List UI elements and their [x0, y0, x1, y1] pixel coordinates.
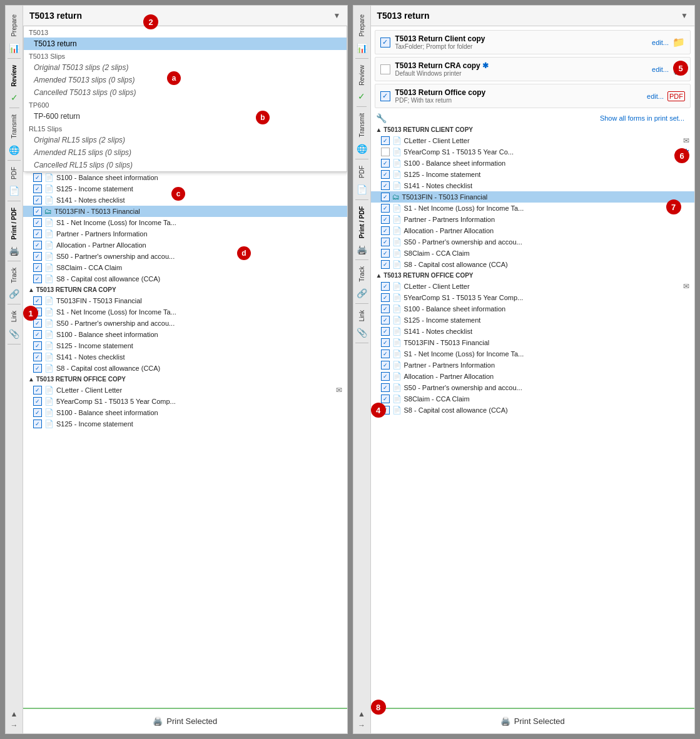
nav-up-right[interactable]: ▲ [357, 708, 367, 720]
tree-item-r-s125[interactable]: ✓ 📄 S125 - Income statement [371, 169, 695, 180]
sidebar-group-track[interactable]: Track 🔗 [8, 261, 21, 305]
cb-r-s50[interactable]: ✓ [381, 238, 390, 246]
r-sidebar-tab-transmit[interactable]: Transmit [357, 109, 367, 141]
checkbox-office-copy[interactable]: ✓ [380, 91, 390, 101]
r-sidebar-tab-track[interactable]: Track [357, 263, 367, 286]
cb-ro-s8claim[interactable]: ✓ [381, 395, 390, 403]
tree-item-ro-t5013fin[interactable]: ✓ 📄 T5013FIN - T5013 Financial [371, 337, 695, 348]
checkbox-s100-left[interactable]: ✓ [33, 173, 42, 182]
r-sidebar-tab-review[interactable]: Review [357, 61, 367, 89]
tree-item-r-partner[interactable]: ✓ 📄 Partner - Partners Information [371, 214, 695, 225]
checkbox-s125-left[interactable]: ✓ [33, 184, 42, 193]
tree-item-ro-s8[interactable]: ✓ 📄 S8 - Capital cost allowance (CCA) [371, 405, 695, 416]
tree-item-partner-left[interactable]: ✓ 📄 Partner - Partners Information [23, 228, 347, 239]
nav-down-right[interactable]: → [357, 720, 367, 731]
sidebar-tab-pdf[interactable]: PDF [9, 163, 19, 183]
sidebar-tab-link[interactable]: Link [9, 307, 19, 326]
r-sidebar-group-transmit[interactable]: Transmit 🌐 [355, 107, 368, 159]
r-sidebar-group-track[interactable]: Track 🔗 [355, 260, 368, 304]
left-dropdown-header[interactable]: T5013 return ▼ 2 [23, 6, 347, 26]
checkbox-client-copy[interactable]: ✓ [380, 38, 390, 48]
nav-up-left[interactable]: ▲ [9, 708, 19, 720]
cb-ro-s141[interactable]: ✓ [381, 327, 390, 336]
tree-item-r-s8claim[interactable]: ✓ 📄 S8Claim - CCA Claim [371, 248, 695, 259]
dropdown-item-cancelled-rl15[interactable]: Cancelled RL15 slips (0 slips) [24, 159, 347, 171]
r-sidebar-group-pdf[interactable]: PDF 📄 [355, 159, 368, 200]
sidebar-tab-print[interactable]: Print / PDF [9, 204, 19, 243]
tree-item-cra-s1[interactable]: ✓ 📄 S1 - Net Income (Loss) for Income Ta… [23, 306, 347, 318]
sidebar-group-pdf[interactable]: PDF 📄 [8, 161, 21, 201]
cra-copy-edit-link[interactable]: edit... [652, 66, 669, 73]
tree-item-office-cletter[interactable]: ✓ 📄 CLetter - Client Letter ✉ [23, 385, 347, 396]
checkbox-s141-left[interactable]: ✓ [33, 196, 42, 204]
checkbox-s8-left[interactable]: ✓ [33, 274, 42, 283]
tree-item-r-cletter[interactable]: ✓ 📄 CLetter - Client Letter ✉ [371, 135, 695, 146]
cb-r-allocation[interactable]: ✓ [381, 226, 390, 235]
cb-r-s8claim[interactable]: ✓ [381, 249, 390, 258]
sidebar-group-link[interactable]: Link 📎 [8, 304, 21, 344]
cb-ro-s50[interactable]: ✓ [381, 383, 390, 392]
tree-item-cra-s8[interactable]: ✓ 📄 S8 - Capital cost allowance (CCA) [23, 363, 347, 374]
tree-item-ro-s8claim[interactable]: ✓ 📄 S8Claim - CCA Claim [371, 393, 695, 405]
cb-ro-s1[interactable]: ✓ [381, 349, 390, 358]
dropdown-arrow-right[interactable]: ▼ [681, 11, 688, 20]
tree-item-r-s8[interactable]: ✓ 📄 S8 - Capital cost allowance (CCA) [371, 259, 695, 270]
dropdown-item-amended-rl15[interactable]: Amended RL15 slips (0 slips) [24, 146, 347, 159]
tree-item-s1-left[interactable]: ✓ 📄 S1 - Net Income (Loss) for Income Ta… [23, 217, 347, 228]
cb-office-cletter[interactable]: ✓ [33, 386, 42, 395]
r-sidebar-tab-link[interactable]: Link [357, 306, 367, 325]
sidebar-tab-transmit[interactable]: Transmit [9, 111, 19, 143]
checkbox-cra-copy[interactable] [380, 64, 390, 74]
cb-ro-5year[interactable]: ✓ [381, 293, 390, 302]
cb-ro-s125[interactable]: ✓ [381, 316, 390, 324]
cb-ro-allocation[interactable]: ✓ [381, 372, 390, 381]
tree-item-r-s141[interactable]: ✓ 📄 S141 - Notes checklist [371, 180, 695, 191]
checkbox-s1-left[interactable]: ✓ [33, 218, 42, 227]
checkbox-allocation-left[interactable]: ✓ [33, 241, 42, 249]
tree-item-allocation-left[interactable]: ✓ 📄 Allocation - Partner Allocation [23, 239, 347, 251]
sidebar-tab-review[interactable]: Review [9, 61, 19, 90]
cb-cra-s100[interactable]: ✓ [33, 330, 42, 339]
sidebar-tab-prepare[interactable]: Prepare [9, 11, 19, 41]
cb-ro-cletter[interactable]: ✓ [381, 282, 390, 291]
cb-r-s100[interactable]: ✓ [381, 159, 390, 168]
tree-item-ro-s1[interactable]: ✓ 📄 S1 - Net Income (Loss) for Income Ta… [371, 348, 695, 359]
right-dropdown-header[interactable]: T5013 return ▼ [371, 6, 695, 26]
tree-item-cra-s141[interactable]: ✓ 📄 S141 - Notes checklist [23, 351, 347, 363]
tree-item-cra-s125[interactable]: ✓ 📄 S125 - Income statement [23, 340, 347, 351]
checkbox-partner-left[interactable]: ✓ [33, 229, 42, 238]
dropdown-item-original-t5013[interactable]: Original T5013 slips (2 slips) [24, 61, 347, 74]
tree-item-s50-left[interactable]: ✓ 📄 S50 - Partner's ownership and accou.… [23, 251, 347, 262]
cb-r-partner[interactable]: ✓ [381, 215, 390, 224]
sidebar-group-prepare[interactable]: Prepare 📊 [8, 8, 21, 59]
left-print-button[interactable]: 🖨️ Print Selected [145, 714, 225, 728]
r-sidebar-group-prepare[interactable]: Prepare 📊 [355, 8, 368, 59]
client-copy-edit-link[interactable]: edit... [652, 39, 669, 46]
checkbox-s8claim-left[interactable]: ✓ [33, 263, 42, 272]
tree-item-ro-s100[interactable]: ✓ 📄 S100 - Balance sheet information [371, 303, 695, 314]
dropdown-item-original-rl15[interactable]: Original RL15 slips (2 slips) [24, 134, 347, 146]
tree-item-s8claim-left[interactable]: ✓ 📄 S8Claim - CCA Claim [23, 262, 347, 273]
cb-cra-s125[interactable]: ✓ [33, 341, 42, 350]
r-sidebar-tab-pdf[interactable]: PDF [357, 162, 367, 182]
sidebar-group-review[interactable]: Review ✓ [9, 59, 19, 108]
cb-ro-t5013fin[interactable]: ✓ [381, 338, 390, 347]
sidebar-group-transmit[interactable]: Transmit 🌐 [8, 108, 21, 161]
tree-item-ro-allocation[interactable]: ✓ 📄 Allocation - Partner Allocation [371, 371, 695, 382]
tree-item-ro-cletter[interactable]: ✓ 📄 CLetter - Client Letter ✉ [371, 281, 695, 292]
dropdown-item-cancelled-t5013[interactable]: Cancelled T5013 slips (0 slips) [24, 86, 347, 99]
dropdown-arrow-left[interactable]: ▼ [333, 11, 341, 20]
r-sidebar-group-print[interactable]: Print / PDF 🖨️ [355, 200, 368, 260]
tree-item-r-s100[interactable]: ✓ 📄 S100 - Balance sheet information [371, 158, 695, 169]
tree-item-ro-s50[interactable]: ✓ 📄 S50 - Partner's ownership and accou.… [371, 382, 695, 393]
tree-item-cra-s50[interactable]: ✓ 📄 S50 - Partner's ownership and accou.… [23, 318, 347, 329]
checkbox-s50-left[interactable]: ✓ [33, 252, 42, 261]
tree-item-t5013fin-left[interactable]: ✓ 🗂 T5013FIN - T5013 Financial [23, 206, 347, 217]
tree-item-ro-s125[interactable]: ✓ 📄 S125 - Income statement [371, 314, 695, 326]
cb-cra-s141[interactable]: ✓ [33, 353, 42, 361]
tree-item-cra-t5013fin[interactable]: ✓ 📄 T5013FIN - T5013 Financial [23, 295, 347, 306]
cb-ro-s100[interactable]: ✓ [381, 304, 390, 313]
checkbox-t5013fin-left[interactable]: ✓ [33, 207, 42, 216]
sidebar-tab-track[interactable]: Track [9, 264, 19, 287]
tree-item-r-t5013fin[interactable]: ✓ 🗂 T5013FIN - T5013 Financial [371, 191, 695, 203]
